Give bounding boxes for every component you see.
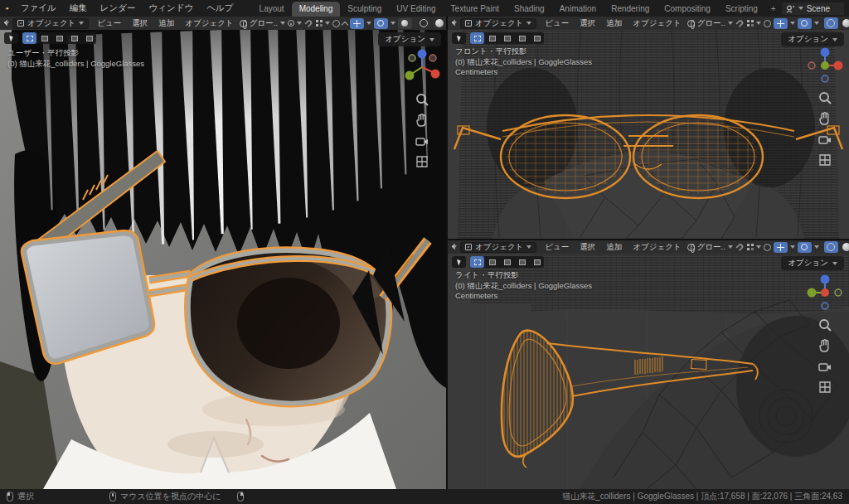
tab-sculpting[interactable]: Sculpting (340, 2, 389, 17)
options-dropdown[interactable]: オプション (781, 32, 844, 46)
shading-solid-button[interactable] (840, 241, 849, 253)
tweak-tool-button[interactable] (452, 256, 466, 268)
tweak-tool-button[interactable] (4, 32, 18, 44)
select-lasso-tool-button[interactable] (52, 32, 66, 44)
overlays-toggle[interactable] (798, 242, 812, 253)
menu-add[interactable]: 追加 (601, 17, 627, 30)
viewport-user-canvas[interactable]: オプション ユーザー・平行投影 (0) 猫山来花_colliders | Gog… (0, 30, 446, 489)
orientation-label[interactable]: グロー.. (697, 242, 725, 253)
menu-render[interactable]: レンダー (94, 1, 143, 16)
menu-add[interactable]: 追加 (601, 241, 627, 254)
tab-layout[interactable]: Layout (252, 2, 292, 17)
camera-view-icon[interactable] (817, 132, 832, 147)
select-circle-tool-button[interactable] (37, 32, 51, 44)
tab-modeling[interactable]: Modeling (292, 2, 341, 17)
zoom-icon[interactable] (817, 317, 832, 332)
menu-view[interactable]: ビュー (92, 17, 126, 30)
ortho-grid-icon[interactable] (817, 380, 832, 395)
xray-toggle[interactable] (398, 18, 412, 29)
mode-dropdown[interactable]: オブジェクト (460, 18, 536, 29)
shading-wireframe-button[interactable] (417, 17, 431, 29)
scene-selector[interactable]: Scene (782, 2, 844, 15)
menu-window[interactable]: ウィンドウ (143, 1, 201, 16)
proportional-editing-icon[interactable] (332, 20, 340, 27)
viewport-front[interactable]: オブジェクト ビュー 選択 追加 オブジェクト グロー.. (448, 17, 849, 239)
select-lasso-tool-button[interactable] (500, 256, 514, 268)
proportional-falloff-icon[interactable] (342, 21, 348, 27)
tab-shading[interactable]: Shading (507, 2, 552, 17)
zoom-icon[interactable] (817, 90, 832, 105)
select-box-tool-button[interactable] (22, 32, 36, 44)
mode-dropdown[interactable]: オブジェクト (460, 242, 536, 253)
pivot-point-icon[interactable] (288, 20, 294, 27)
snap-toggle-icon[interactable] (735, 19, 745, 28)
menu-select[interactable]: 選択 (127, 17, 153, 30)
menu-view[interactable]: ビュー (540, 241, 574, 254)
tab-uv-editing[interactable]: UV Editing (389, 2, 443, 17)
shading-wireframe-button[interactable] (824, 241, 838, 253)
orientation-gizmo[interactable] (806, 274, 844, 312)
pan-hand-icon[interactable] (817, 338, 832, 353)
camera-view-icon[interactable] (415, 133, 429, 148)
snap-toggle-icon[interactable] (304, 19, 313, 28)
snap-settings-icon[interactable] (747, 20, 754, 27)
ortho-grid-icon[interactable] (817, 153, 832, 167)
camera-view-icon[interactable] (817, 359, 832, 374)
shading-solid-button[interactable] (840, 17, 849, 29)
select-box-tool-button[interactable] (470, 32, 484, 44)
transform-orientation-icon[interactable] (687, 244, 695, 251)
pan-hand-icon[interactable] (817, 111, 832, 126)
shading-wireframe-button[interactable] (824, 17, 838, 29)
options-dropdown[interactable]: オプション (781, 256, 844, 270)
gizmo-toggle[interactable] (350, 18, 364, 29)
select-circle-tool-button[interactable] (485, 32, 499, 44)
menu-add[interactable]: 追加 (153, 17, 179, 30)
orientation-label[interactable]: グロー.. (250, 18, 278, 29)
snap-settings-icon[interactable] (747, 244, 754, 250)
tab-scripting[interactable]: Scripting (718, 2, 765, 17)
snap-toggle-icon[interactable] (735, 243, 745, 252)
proportional-editing-icon[interactable] (764, 20, 771, 27)
menu-object[interactable]: オブジェクト (180, 17, 238, 30)
pan-hand-icon[interactable] (415, 113, 429, 128)
gizmo-toggle[interactable] (774, 242, 788, 253)
move-tool-button[interactable] (530, 32, 544, 44)
zoom-icon[interactable] (415, 92, 429, 107)
cursor-tool-button[interactable] (515, 256, 529, 268)
orientation-gizmo[interactable] (806, 46, 844, 85)
orientation-label[interactable]: グロー.. (697, 18, 725, 29)
menu-edit[interactable]: 編集 (63, 1, 94, 16)
menu-select[interactable]: 選択 (575, 17, 600, 30)
select-lasso-tool-button[interactable] (500, 32, 514, 44)
tab-texture-paint[interactable]: Texture Paint (444, 2, 507, 17)
tab-rendering[interactable]: Rendering (604, 2, 657, 17)
move-tool-button[interactable] (82, 32, 96, 44)
menu-object[interactable]: オブジェクト (628, 241, 686, 254)
menu-help[interactable]: ヘルプ (200, 1, 240, 16)
transform-orientation-icon[interactable] (687, 20, 695, 27)
viewport-front-canvas[interactable]: オプション フロント・平行投影 (0) 猫山来花_colliders | Gog… (448, 30, 849, 239)
viewport-right[interactable]: オブジェクト ビュー 選択 追加 オブジェクト グロー.. (448, 240, 849, 489)
snap-settings-icon[interactable] (316, 20, 323, 27)
move-tool-button[interactable] (530, 256, 544, 268)
proportional-editing-icon[interactable] (764, 244, 771, 251)
shading-solid-button[interactable] (433, 17, 446, 29)
viewport-right-canvas[interactable]: オプション ライト・平行投影 (0) 猫山来花_colliders | Gogg… (448, 254, 849, 489)
tab-animation[interactable]: Animation (552, 2, 604, 17)
orientation-gizmo[interactable] (403, 48, 441, 86)
menu-object[interactable]: オブジェクト (628, 17, 686, 30)
select-box-tool-button[interactable] (470, 256, 484, 268)
cursor-tool-button[interactable] (515, 32, 529, 44)
ortho-grid-icon[interactable] (415, 154, 429, 169)
options-dropdown[interactable]: オプション (378, 32, 441, 46)
mode-dropdown[interactable]: オブジェクト (12, 18, 89, 29)
menu-file[interactable]: ファイル (14, 1, 63, 16)
overlays-toggle[interactable] (374, 18, 388, 29)
cursor-tool-button[interactable] (67, 32, 81, 44)
add-workspace-button[interactable]: + (765, 2, 782, 17)
menu-view[interactable]: ビュー (540, 17, 574, 30)
transform-orientation-icon[interactable] (240, 20, 247, 27)
overlays-toggle[interactable] (798, 18, 812, 29)
viewport-user[interactable]: オブジェクト ビュー 選択 追加 オブジェクト グロー.. (0, 17, 446, 489)
select-circle-tool-button[interactable] (485, 256, 499, 268)
